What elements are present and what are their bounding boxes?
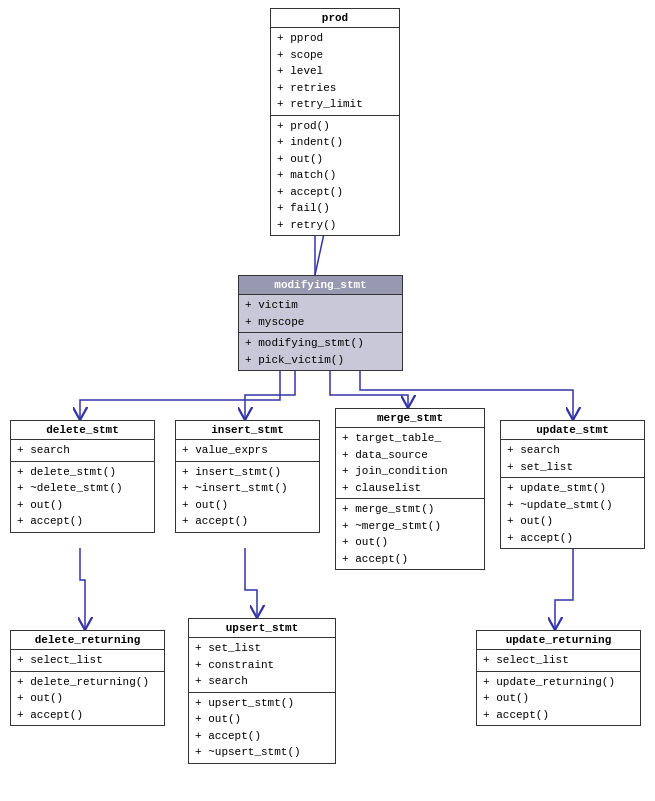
upsert-stmt-title: upsert_stmt: [189, 619, 335, 638]
upsert-stmt-methods: + upsert_stmt() + out() + accept() + ~up…: [189, 693, 335, 763]
delete-returning-method-2: + out(): [17, 690, 158, 707]
update-returning-method-2: + out(): [483, 690, 634, 707]
merge-stmt-method-1: + merge_stmt(): [342, 501, 478, 518]
upsert-stmt-method-4: + ~upsert_stmt(): [195, 744, 329, 761]
update-returning-box: update_returning + select_list + update_…: [476, 630, 641, 726]
delete-stmt-box: delete_stmt + search + delete_stmt() + ~…: [10, 420, 155, 533]
delete-stmt-method-3: + out(): [17, 497, 148, 514]
delete-stmt-field-1: + search: [17, 442, 148, 459]
upsert-stmt-fields: + set_list + constraint + search: [189, 638, 335, 693]
update-returning-method-3: + accept(): [483, 707, 634, 724]
insert-stmt-method-2: + ~insert_stmt(): [182, 480, 313, 497]
update-returning-field-1: + select_list: [483, 652, 634, 669]
prod-box: prod + pprod + scope + level + retries +…: [270, 8, 400, 236]
prod-field-4: + retries: [277, 80, 393, 97]
modifying-stmt-method-1: + modifying_stmt(): [245, 335, 396, 352]
upsert-stmt-field-1: + set_list: [195, 640, 329, 657]
update-stmt-method-1: + update_stmt(): [507, 480, 638, 497]
delete-returning-fields: + select_list: [11, 650, 164, 672]
merge-stmt-field-3: + join_condition: [342, 463, 478, 480]
insert-stmt-title: insert_stmt: [176, 421, 319, 440]
merge-stmt-method-3: + out(): [342, 534, 478, 551]
merge-stmt-title: merge_stmt: [336, 409, 484, 428]
prod-method-3: + out(): [277, 151, 393, 168]
modifying-stmt-field-1: + victim: [245, 297, 396, 314]
insert-stmt-fields: + value_exprs: [176, 440, 319, 462]
upsert-stmt-box: upsert_stmt + set_list + constraint + se…: [188, 618, 336, 764]
update-stmt-title: update_stmt: [501, 421, 644, 440]
merge-stmt-method-4: + accept(): [342, 551, 478, 568]
merge-stmt-field-1: + target_table_: [342, 430, 478, 447]
prod-field-1: + pprod: [277, 30, 393, 47]
prod-method-1: + prod(): [277, 118, 393, 135]
update-stmt-box: update_stmt + search + set_list + update…: [500, 420, 645, 549]
prod-methods: + prod() + indent() + out() + match() + …: [271, 116, 399, 236]
upsert-stmt-method-3: + accept(): [195, 728, 329, 745]
merge-stmt-methods: + merge_stmt() + ~merge_stmt() + out() +…: [336, 499, 484, 569]
prod-fields: + pprod + scope + level + retries + retr…: [271, 28, 399, 116]
modifying-stmt-title: modifying_stmt: [239, 276, 402, 295]
update-stmt-methods: + update_stmt() + ~update_stmt() + out()…: [501, 478, 644, 548]
prod-method-7: + retry(): [277, 217, 393, 234]
merge-stmt-field-2: + data_source: [342, 447, 478, 464]
modifying-stmt-fields: + victim + myscope: [239, 295, 402, 333]
delete-returning-box: delete_returning + select_list + delete_…: [10, 630, 165, 726]
merge-stmt-fields: + target_table_ + data_source + join_con…: [336, 428, 484, 499]
update-stmt-method-3: + out(): [507, 513, 638, 530]
delete-stmt-method-1: + delete_stmt(): [17, 464, 148, 481]
upsert-stmt-field-2: + constraint: [195, 657, 329, 674]
modifying-stmt-methods: + modifying_stmt() + pick_victim(): [239, 333, 402, 370]
prod-title: prod: [271, 9, 399, 28]
prod-method-4: + match(): [277, 167, 393, 184]
update-stmt-fields: + search + set_list: [501, 440, 644, 478]
update-returning-method-1: + update_returning(): [483, 674, 634, 691]
merge-stmt-method-2: + ~merge_stmt(): [342, 518, 478, 535]
insert-stmt-method-3: + out(): [182, 497, 313, 514]
delete-returning-field-1: + select_list: [17, 652, 158, 669]
delete-returning-method-1: + delete_returning(): [17, 674, 158, 691]
modifying-stmt-box: modifying_stmt + victim + myscope + modi…: [238, 275, 403, 371]
update-stmt-method-4: + accept(): [507, 530, 638, 547]
prod-field-2: + scope: [277, 47, 393, 64]
modifying-stmt-method-2: + pick_victim(): [245, 352, 396, 369]
prod-method-5: + accept(): [277, 184, 393, 201]
modifying-stmt-field-2: + myscope: [245, 314, 396, 331]
update-stmt-method-2: + ~update_stmt(): [507, 497, 638, 514]
delete-stmt-method-2: + ~delete_stmt(): [17, 480, 148, 497]
delete-stmt-method-4: + accept(): [17, 513, 148, 530]
insert-stmt-methods: + insert_stmt() + ~insert_stmt() + out()…: [176, 462, 319, 532]
insert-stmt-method-1: + insert_stmt(): [182, 464, 313, 481]
delete-stmt-methods: + delete_stmt() + ~delete_stmt() + out()…: [11, 462, 154, 532]
delete-stmt-title: delete_stmt: [11, 421, 154, 440]
prod-method-2: + indent(): [277, 134, 393, 151]
uml-diagram: prod + pprod + scope + level + retries +…: [0, 0, 655, 801]
update-returning-title: update_returning: [477, 631, 640, 650]
prod-field-3: + level: [277, 63, 393, 80]
upsert-stmt-method-2: + out(): [195, 711, 329, 728]
delete-returning-method-3: + accept(): [17, 707, 158, 724]
insert-stmt-field-1: + value_exprs: [182, 442, 313, 459]
update-returning-methods: + update_returning() + out() + accept(): [477, 672, 640, 726]
update-stmt-field-1: + search: [507, 442, 638, 459]
upsert-stmt-field-3: + search: [195, 673, 329, 690]
merge-stmt-field-4: + clauselist: [342, 480, 478, 497]
insert-stmt-method-4: + accept(): [182, 513, 313, 530]
insert-stmt-box: insert_stmt + value_exprs + insert_stmt(…: [175, 420, 320, 533]
delete-stmt-fields: + search: [11, 440, 154, 462]
upsert-stmt-method-1: + upsert_stmt(): [195, 695, 329, 712]
prod-method-6: + fail(): [277, 200, 393, 217]
delete-returning-methods: + delete_returning() + out() + accept(): [11, 672, 164, 726]
prod-field-5: + retry_limit: [277, 96, 393, 113]
update-returning-fields: + select_list: [477, 650, 640, 672]
delete-returning-title: delete_returning: [11, 631, 164, 650]
merge-stmt-box: merge_stmt + target_table_ + data_source…: [335, 408, 485, 570]
update-stmt-field-2: + set_list: [507, 459, 638, 476]
